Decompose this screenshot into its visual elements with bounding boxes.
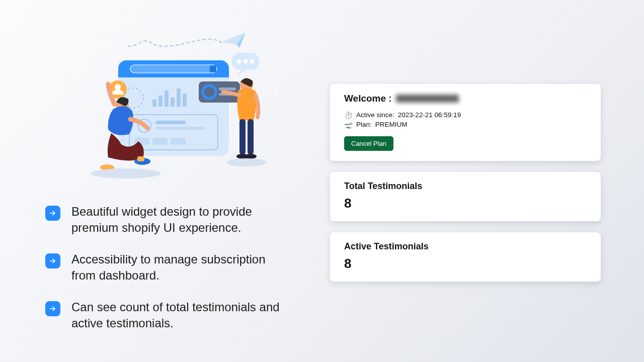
svg-rect-10 bbox=[130, 65, 217, 73]
welcome-label: Welcome : bbox=[344, 93, 392, 104]
svg-point-4 bbox=[237, 59, 242, 64]
total-testimonials-value: 8 bbox=[344, 196, 587, 211]
svg-rect-26 bbox=[171, 138, 186, 145]
active-testimonials-value: 8 bbox=[344, 256, 587, 272]
hero-illustration bbox=[70, 25, 277, 186]
feature-item: Accessibility to manage subscrip­tion fr… bbox=[45, 251, 302, 284]
svg-rect-19 bbox=[183, 94, 187, 107]
feature-text: Can see count of total testimonials and … bbox=[71, 299, 288, 332]
svg-marker-3 bbox=[236, 70, 247, 76]
arrow-right-icon bbox=[45, 206, 60, 221]
arrow-right-icon bbox=[45, 301, 60, 316]
svg-rect-35 bbox=[137, 156, 144, 161]
svg-rect-23 bbox=[155, 127, 206, 130]
svg-point-37 bbox=[91, 168, 161, 178]
svg-rect-12 bbox=[210, 65, 216, 72]
svg-rect-25 bbox=[152, 138, 168, 145]
svg-rect-16 bbox=[165, 90, 169, 107]
svg-rect-17 bbox=[171, 98, 175, 107]
total-testimonials-label: Total Testimonials bbox=[344, 181, 587, 192]
feature-list: Beautiful widget design to provide premi… bbox=[45, 204, 302, 346]
active-testimonials-label: Active Testimonials bbox=[344, 241, 587, 252]
plan-row: 🛫 Plan: PREMIUM bbox=[344, 121, 587, 128]
svg-rect-14 bbox=[152, 100, 156, 107]
svg-rect-18 bbox=[177, 88, 181, 107]
feature-text: Beautiful widget design to provide premi… bbox=[71, 204, 288, 236]
svg-point-6 bbox=[250, 59, 255, 64]
active-since-row: ⏱️ Active since: 2023-22-21 06:59:19 bbox=[344, 111, 587, 119]
svg-rect-39 bbox=[239, 119, 246, 154]
active-since-value: 2023-22-21 06:59:19 bbox=[398, 111, 461, 119]
cancel-plan-button[interactable]: Cancel Plan bbox=[344, 136, 393, 151]
arrow-right-icon bbox=[45, 253, 60, 268]
svg-rect-22 bbox=[155, 121, 186, 124]
svg-rect-29 bbox=[219, 87, 236, 90]
active-testimonials-card: Active Testimonials 8 bbox=[330, 232, 601, 282]
welcome-title: Welcome : bbox=[344, 93, 587, 104]
svg-point-43 bbox=[226, 158, 267, 166]
active-since-label: Active since: bbox=[356, 111, 394, 119]
total-testimonials-card: Total Testimonials 8 bbox=[330, 172, 601, 221]
svg-point-32 bbox=[115, 84, 121, 90]
plane-icon: 🛫 bbox=[344, 121, 353, 128]
svg-rect-40 bbox=[248, 119, 254, 154]
welcome-card: Welcome : ⏱️ Active since: 2023-22-21 06… bbox=[330, 84, 601, 161]
svg-point-42 bbox=[245, 154, 257, 159]
plan-label: Plan: bbox=[356, 121, 372, 128]
stopwatch-icon: ⏱️ bbox=[344, 112, 353, 119]
svg-point-5 bbox=[244, 59, 248, 64]
dashboard-cards: Welcome : ⏱️ Active since: 2023-22-21 06… bbox=[330, 84, 601, 293]
store-name-redacted bbox=[396, 95, 459, 103]
feature-item: Can see count of total testimonials and … bbox=[45, 299, 302, 332]
feature-item: Beautiful widget design to provide premi… bbox=[45, 204, 302, 236]
plan-value: PREMIUM bbox=[375, 121, 408, 128]
svg-rect-15 bbox=[158, 96, 163, 107]
feature-text: Accessibility to manage subscrip­tion fr… bbox=[71, 251, 288, 284]
